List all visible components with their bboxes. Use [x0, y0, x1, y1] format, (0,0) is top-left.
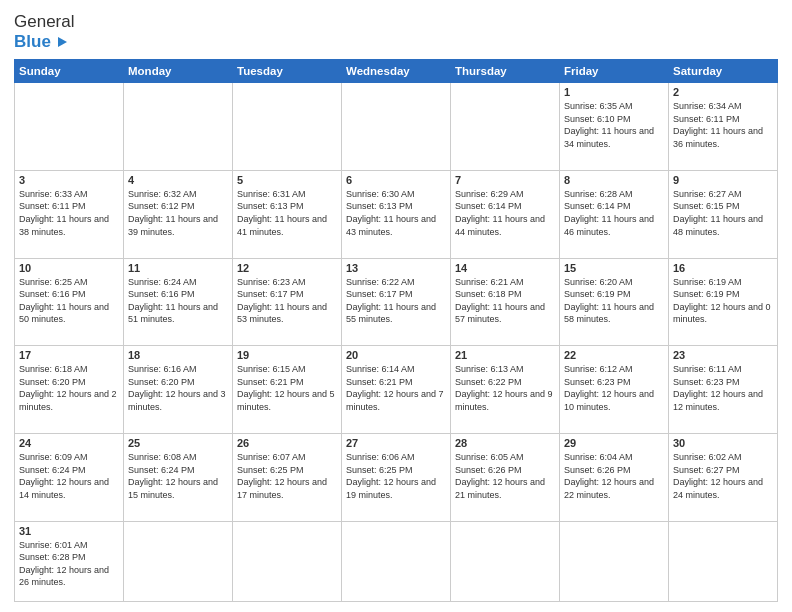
calendar-cell	[15, 83, 124, 171]
weekday-header-saturday: Saturday	[669, 60, 778, 83]
calendar-cell: 12Sunrise: 6:23 AM Sunset: 6:17 PM Dayli…	[233, 258, 342, 346]
calendar-cell	[451, 521, 560, 601]
calendar-cell: 16Sunrise: 6:19 AM Sunset: 6:19 PM Dayli…	[669, 258, 778, 346]
calendar-cell: 1Sunrise: 6:35 AM Sunset: 6:10 PM Daylig…	[560, 83, 669, 171]
calendar-cell: 31Sunrise: 6:01 AM Sunset: 6:28 PM Dayli…	[15, 521, 124, 601]
logo-blue-text: Blue	[14, 32, 74, 52]
day-number: 29	[564, 437, 664, 449]
day-info: Sunrise: 6:01 AM Sunset: 6:28 PM Dayligh…	[19, 539, 119, 589]
day-info: Sunrise: 6:16 AM Sunset: 6:20 PM Dayligh…	[128, 363, 228, 413]
calendar-cell	[560, 521, 669, 601]
day-info: Sunrise: 6:32 AM Sunset: 6:12 PM Dayligh…	[128, 188, 228, 238]
calendar-cell	[669, 521, 778, 601]
calendar-week-row: 31Sunrise: 6:01 AM Sunset: 6:28 PM Dayli…	[15, 521, 778, 601]
day-info: Sunrise: 6:30 AM Sunset: 6:13 PM Dayligh…	[346, 188, 446, 238]
day-info: Sunrise: 6:06 AM Sunset: 6:25 PM Dayligh…	[346, 451, 446, 501]
calendar-cell: 7Sunrise: 6:29 AM Sunset: 6:14 PM Daylig…	[451, 170, 560, 258]
day-info: Sunrise: 6:08 AM Sunset: 6:24 PM Dayligh…	[128, 451, 228, 501]
calendar-cell: 22Sunrise: 6:12 AM Sunset: 6:23 PM Dayli…	[560, 346, 669, 434]
calendar-cell: 15Sunrise: 6:20 AM Sunset: 6:19 PM Dayli…	[560, 258, 669, 346]
day-number: 27	[346, 437, 446, 449]
day-info: Sunrise: 6:11 AM Sunset: 6:23 PM Dayligh…	[673, 363, 773, 413]
day-number: 7	[455, 174, 555, 186]
day-number: 8	[564, 174, 664, 186]
calendar-cell: 28Sunrise: 6:05 AM Sunset: 6:26 PM Dayli…	[451, 433, 560, 521]
day-info: Sunrise: 6:29 AM Sunset: 6:14 PM Dayligh…	[455, 188, 555, 238]
calendar-week-row: 10Sunrise: 6:25 AM Sunset: 6:16 PM Dayli…	[15, 258, 778, 346]
day-number: 24	[19, 437, 119, 449]
weekday-header-wednesday: Wednesday	[342, 60, 451, 83]
day-number: 25	[128, 437, 228, 449]
day-number: 17	[19, 349, 119, 361]
day-info: Sunrise: 6:07 AM Sunset: 6:25 PM Dayligh…	[237, 451, 337, 501]
day-info: Sunrise: 6:14 AM Sunset: 6:21 PM Dayligh…	[346, 363, 446, 413]
calendar-cell	[124, 521, 233, 601]
calendar-cell: 19Sunrise: 6:15 AM Sunset: 6:21 PM Dayli…	[233, 346, 342, 434]
day-info: Sunrise: 6:20 AM Sunset: 6:19 PM Dayligh…	[564, 276, 664, 326]
day-info: Sunrise: 6:24 AM Sunset: 6:16 PM Dayligh…	[128, 276, 228, 326]
weekday-header-sunday: Sunday	[15, 60, 124, 83]
calendar-cell: 9Sunrise: 6:27 AM Sunset: 6:15 PM Daylig…	[669, 170, 778, 258]
calendar-cell: 11Sunrise: 6:24 AM Sunset: 6:16 PM Dayli…	[124, 258, 233, 346]
calendar-cell: 23Sunrise: 6:11 AM Sunset: 6:23 PM Dayli…	[669, 346, 778, 434]
calendar-cell: 2Sunrise: 6:34 AM Sunset: 6:11 PM Daylig…	[669, 83, 778, 171]
day-number: 20	[346, 349, 446, 361]
calendar-week-row: 17Sunrise: 6:18 AM Sunset: 6:20 PM Dayli…	[15, 346, 778, 434]
day-info: Sunrise: 6:28 AM Sunset: 6:14 PM Dayligh…	[564, 188, 664, 238]
calendar-cell: 10Sunrise: 6:25 AM Sunset: 6:16 PM Dayli…	[15, 258, 124, 346]
day-number: 11	[128, 262, 228, 274]
day-info: Sunrise: 6:21 AM Sunset: 6:18 PM Dayligh…	[455, 276, 555, 326]
day-number: 15	[564, 262, 664, 274]
calendar-cell	[124, 83, 233, 171]
day-number: 13	[346, 262, 446, 274]
weekday-header-row: SundayMondayTuesdayWednesdayThursdayFrid…	[15, 60, 778, 83]
day-number: 6	[346, 174, 446, 186]
day-info: Sunrise: 6:27 AM Sunset: 6:15 PM Dayligh…	[673, 188, 773, 238]
day-number: 14	[455, 262, 555, 274]
calendar-week-row: 1Sunrise: 6:35 AM Sunset: 6:10 PM Daylig…	[15, 83, 778, 171]
calendar-cell: 13Sunrise: 6:22 AM Sunset: 6:17 PM Dayli…	[342, 258, 451, 346]
calendar-cell: 24Sunrise: 6:09 AM Sunset: 6:24 PM Dayli…	[15, 433, 124, 521]
calendar-cell: 26Sunrise: 6:07 AM Sunset: 6:25 PM Dayli…	[233, 433, 342, 521]
day-number: 23	[673, 349, 773, 361]
day-number: 30	[673, 437, 773, 449]
calendar-cell: 25Sunrise: 6:08 AM Sunset: 6:24 PM Dayli…	[124, 433, 233, 521]
calendar-cell	[342, 521, 451, 601]
day-info: Sunrise: 6:22 AM Sunset: 6:17 PM Dayligh…	[346, 276, 446, 326]
calendar-cell: 20Sunrise: 6:14 AM Sunset: 6:21 PM Dayli…	[342, 346, 451, 434]
day-number: 21	[455, 349, 555, 361]
day-info: Sunrise: 6:25 AM Sunset: 6:16 PM Dayligh…	[19, 276, 119, 326]
day-number: 31	[19, 525, 119, 537]
calendar-cell: 3Sunrise: 6:33 AM Sunset: 6:11 PM Daylig…	[15, 170, 124, 258]
day-info: Sunrise: 6:13 AM Sunset: 6:22 PM Dayligh…	[455, 363, 555, 413]
day-number: 10	[19, 262, 119, 274]
calendar-cell: 27Sunrise: 6:06 AM Sunset: 6:25 PM Dayli…	[342, 433, 451, 521]
calendar-cell: 8Sunrise: 6:28 AM Sunset: 6:14 PM Daylig…	[560, 170, 669, 258]
day-number: 18	[128, 349, 228, 361]
day-info: Sunrise: 6:23 AM Sunset: 6:17 PM Dayligh…	[237, 276, 337, 326]
day-number: 1	[564, 86, 664, 98]
calendar-cell: 17Sunrise: 6:18 AM Sunset: 6:20 PM Dayli…	[15, 346, 124, 434]
day-number: 4	[128, 174, 228, 186]
day-info: Sunrise: 6:09 AM Sunset: 6:24 PM Dayligh…	[19, 451, 119, 501]
calendar-cell: 14Sunrise: 6:21 AM Sunset: 6:18 PM Dayli…	[451, 258, 560, 346]
calendar-cell	[233, 521, 342, 601]
calendar-cell	[451, 83, 560, 171]
day-info: Sunrise: 6:04 AM Sunset: 6:26 PM Dayligh…	[564, 451, 664, 501]
calendar-cell: 18Sunrise: 6:16 AM Sunset: 6:20 PM Dayli…	[124, 346, 233, 434]
logo: General Blue	[14, 12, 74, 51]
calendar-table: SundayMondayTuesdayWednesdayThursdayFrid…	[14, 59, 778, 602]
weekday-header-monday: Monday	[124, 60, 233, 83]
day-number: 19	[237, 349, 337, 361]
calendar-cell: 6Sunrise: 6:30 AM Sunset: 6:13 PM Daylig…	[342, 170, 451, 258]
day-number: 16	[673, 262, 773, 274]
day-number: 9	[673, 174, 773, 186]
day-info: Sunrise: 6:34 AM Sunset: 6:11 PM Dayligh…	[673, 100, 773, 150]
day-info: Sunrise: 6:15 AM Sunset: 6:21 PM Dayligh…	[237, 363, 337, 413]
day-info: Sunrise: 6:31 AM Sunset: 6:13 PM Dayligh…	[237, 188, 337, 238]
day-number: 12	[237, 262, 337, 274]
calendar-cell: 5Sunrise: 6:31 AM Sunset: 6:13 PM Daylig…	[233, 170, 342, 258]
weekday-header-friday: Friday	[560, 60, 669, 83]
day-number: 3	[19, 174, 119, 186]
day-info: Sunrise: 6:35 AM Sunset: 6:10 PM Dayligh…	[564, 100, 664, 150]
